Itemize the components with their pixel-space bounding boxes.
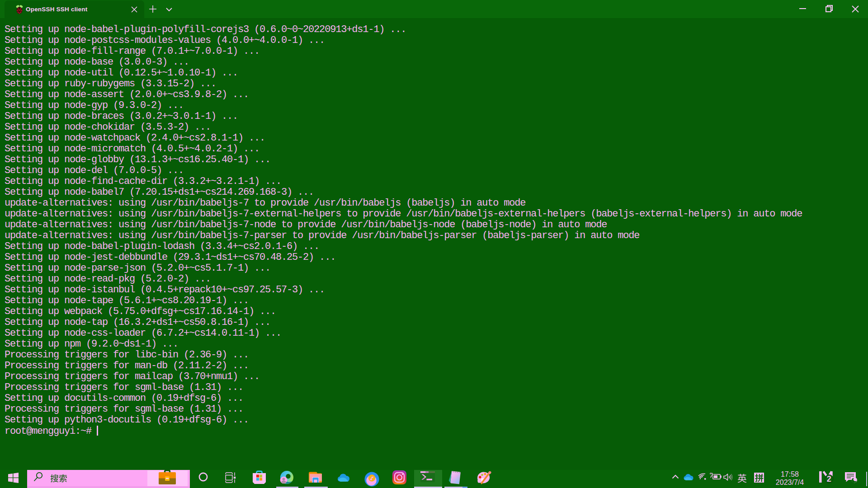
svg-text:2: 2 — [827, 474, 831, 483]
